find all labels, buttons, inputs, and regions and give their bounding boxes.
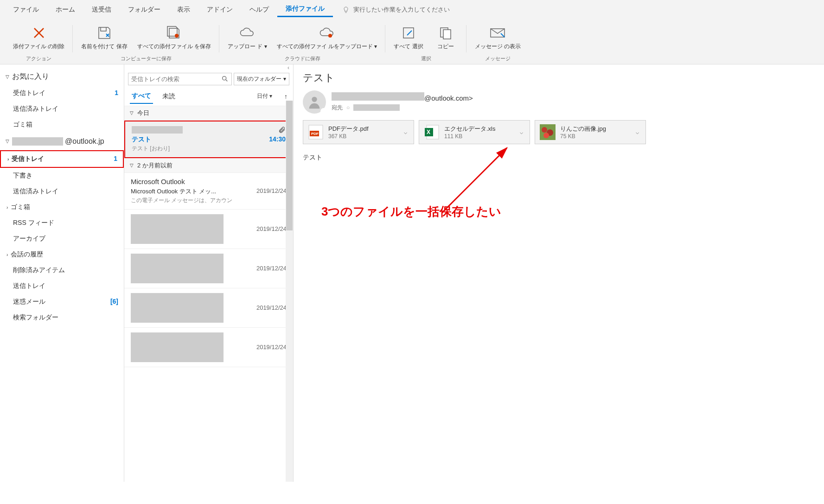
attachment-size: 75 KB: [560, 133, 634, 140]
redacted-thumbnail: [131, 332, 224, 362]
image-thumbnail-icon: [540, 124, 556, 140]
attachment-dropdown[interactable]: ⌵: [634, 129, 641, 135]
reading-body: テスト: [303, 153, 815, 162]
select-all-button[interactable]: すべて 選択: [390, 23, 427, 52]
folder-deleted[interactable]: 削除済みアイテム: [0, 262, 124, 278]
message-subject: Microsoft Outlook テスト メッ...: [131, 187, 216, 196]
search-input-container: [128, 73, 232, 85]
folder-outbox[interactable]: 送信トレイ: [0, 278, 124, 294]
folder-junk[interactable]: 迷惑メール[6]: [0, 294, 124, 310]
sort-direction-button[interactable]: ↑: [284, 93, 287, 100]
show-message-button[interactable]: メッセージ の表示: [471, 23, 524, 52]
message-item[interactable]: 2019/12/24: [124, 210, 293, 249]
collapse-handle[interactable]: ‹: [124, 64, 293, 71]
svg-point-6: [223, 77, 226, 80]
attachment-dropdown[interactable]: ⌵: [518, 129, 525, 135]
ribbon-group-action: 添付ファイル の削除 アクション: [5, 23, 73, 64]
account-header[interactable]: ▽ @outlook.jp: [0, 133, 124, 150]
folder-pane: ▽ お気に入り 受信トレイ1 送信済みトレイ ゴミ箱 ▽ @outlook.jp…: [0, 64, 124, 482]
redacted-sender-name: [332, 92, 424, 101]
folder-drafts[interactable]: 下書き: [0, 168, 124, 184]
save-all-icon: [166, 26, 181, 40]
folder-sent[interactable]: 送信済みトレイ: [0, 184, 124, 199]
menu-attachments[interactable]: 添付ファイル: [277, 2, 333, 17]
delete-attachment-button[interactable]: 添付ファイル の削除: [9, 23, 68, 52]
redacted-thumbnail: [131, 214, 224, 244]
upload-button[interactable]: アップロー ド ▾: [224, 23, 271, 52]
message-subject: テスト: [132, 135, 151, 144]
fav-inbox[interactable]: 受信トレイ1: [0, 85, 124, 101]
main-area: ▽ お気に入り 受信トレイ1 送信済みトレイ ゴミ箱 ▽ @outlook.jp…: [0, 64, 824, 482]
ribbon-group-label: 選択: [421, 52, 431, 64]
save-as-icon: [97, 26, 112, 40]
ribbon: 添付ファイル の削除 アクション 名前を付けて 保存 すべての添付ファイル を保…: [0, 19, 824, 64]
save-as-button[interactable]: 名前を付けて 保存: [77, 23, 131, 52]
message-item[interactable]: 2019/12/24: [124, 288, 293, 328]
reading-subject: テスト: [303, 71, 815, 85]
tell-me-placeholder: 実行したい作業を入力してください: [353, 6, 450, 14]
message-date: 2019/12/24: [228, 225, 287, 232]
attachment-pdf[interactable]: PDF PDFデータ.pdf367 KB ⌵: [303, 120, 414, 144]
reading-pane: テスト @outlook.com> 宛先○ PDF PDFデータ.pdf367 …: [294, 64, 824, 482]
folder-archive[interactable]: アーカイブ: [0, 231, 124, 247]
message-group-today[interactable]: ▽今日: [124, 106, 293, 121]
search-scope-dropdown[interactable]: 現在のフォルダー▾: [234, 73, 289, 85]
reading-header: @outlook.com> 宛先○: [303, 90, 815, 114]
redacted-recipient: [353, 104, 400, 111]
folder-rss[interactable]: RSS フィード: [0, 215, 124, 231]
menu-help[interactable]: ヘルプ: [241, 3, 277, 17]
sender-email-suffix: @outlook.com>: [424, 94, 473, 102]
svg-point-1: [328, 34, 332, 38]
message-group-older[interactable]: ▽2 か月前以前: [124, 158, 293, 173]
message-date: 2019/12/24: [256, 187, 287, 196]
folder-inbox[interactable]: ›受信トレイ1: [0, 150, 124, 168]
select-all-icon: [402, 26, 415, 40]
lightbulb-icon: [342, 6, 350, 13]
chevron-right-icon: ›: [7, 157, 9, 162]
attachments-row: PDF PDFデータ.pdf367 KB ⌵ X エクセルデータ.xls111 …: [303, 120, 815, 144]
cloud-upload-all-icon: [319, 26, 335, 39]
attachment-name: りんごの画像.jpg: [560, 125, 634, 133]
filter-tab-unread[interactable]: 未読: [160, 89, 177, 103]
message-item[interactable]: Microsoft Outlook Microsoft Outlook テスト …: [124, 173, 293, 210]
ribbon-group-label: コンピューターに保存: [121, 52, 172, 64]
svg-rect-2: [403, 28, 414, 38]
menu-folder[interactable]: フォルダー: [120, 3, 169, 17]
filter-tab-all[interactable]: すべて: [130, 89, 153, 104]
tell-me-search[interactable]: 実行したい作業を入力してください: [342, 6, 450, 14]
menu-view[interactable]: 表示: [169, 3, 198, 17]
copy-button[interactable]: コピー: [429, 23, 462, 52]
message-item-selected[interactable]: 2 テスト 14:30 テスト [おわり]: [124, 121, 293, 158]
scrollbar[interactable]: [286, 101, 293, 482]
favorites-header[interactable]: ▽ お気に入り: [0, 68, 124, 85]
folder-search-folders[interactable]: 検索フォルダー: [0, 310, 124, 325]
menu-sendreceive[interactable]: 送受信: [83, 3, 120, 17]
ribbon-group-message: メッセージ の表示 メッセージ: [466, 23, 529, 64]
fav-trash[interactable]: ゴミ箱: [0, 117, 124, 133]
envelope-icon: [490, 27, 505, 39]
attachment-image[interactable]: りんごの画像.jpg75 KB ⌵: [535, 120, 646, 144]
search-icon[interactable]: [221, 75, 229, 83]
message-item[interactable]: 2019/12/24: [124, 249, 293, 288]
message-item[interactable]: 2019/12/24: [124, 328, 293, 367]
attachment-xls[interactable]: X エクセルデータ.xls111 KB ⌵: [419, 120, 530, 144]
menu-addin[interactable]: アドイン: [198, 3, 241, 17]
scrollbar-thumb[interactable]: [286, 101, 293, 230]
callout-annotation: 3つのファイルを一括保存したい: [321, 204, 501, 220]
folder-trash[interactable]: ›ゴミ箱: [0, 199, 124, 215]
save-all-button[interactable]: すべての添付ファイル を保存: [134, 23, 215, 52]
menu-home[interactable]: ホーム: [47, 3, 83, 17]
pdf-icon: PDF: [308, 124, 324, 140]
search-input[interactable]: [131, 76, 221, 83]
chevron-down-icon: ▽: [6, 74, 9, 79]
folder-conversation-history[interactable]: ›会話の履歴: [0, 247, 124, 262]
chevron-down-icon: ▾: [269, 93, 272, 99]
fav-sent[interactable]: 送信済みトレイ: [0, 101, 124, 117]
sort-dropdown[interactable]: 日付 ▾: [257, 92, 272, 100]
upload-all-button[interactable]: すべての添付ファイ ルをアップロード ▾: [273, 23, 381, 52]
message-date: 2019/12/24: [228, 304, 287, 311]
attachment-dropdown[interactable]: ⌵: [402, 129, 409, 135]
svg-text:PDF: PDF: [311, 132, 319, 136]
menu-file[interactable]: ファイル: [5, 3, 47, 17]
chevron-down-icon: ▽: [130, 110, 134, 115]
